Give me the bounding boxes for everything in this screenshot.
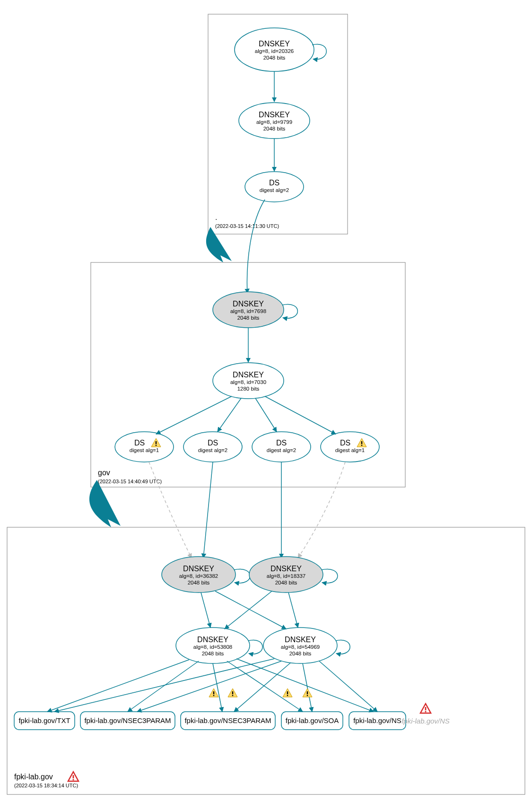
warning-icon [283,689,292,697]
svg-text:fpki-lab.gov/NSEC3PARAM: fpki-lab.gov/NSEC3PARAM [184,716,271,724]
zone-gov-timestamp: (2022-03-15 14:40:49 UTC) [98,479,162,484]
zone-gov-label: gov [98,469,110,477]
svg-text:digest alg=2: digest alg=2 [198,447,227,453]
delegation-root-gov [206,227,232,262]
rr-ns-error[interactable]: fpki-lab.gov/NS [401,717,450,725]
edge-ksk2-zsk2 [288,593,298,628]
edge-ksk1-zsk1 [201,593,210,628]
node-root-ds[interactable]: DS digest alg=2 [245,172,304,202]
svg-point-33 [321,432,379,462]
node-gov-ds2[interactable]: DS digest alg=2 [183,432,242,462]
node-leaf-zsk2[interactable]: DNSKEY alg=8, id=54969 2048 bits [263,628,337,663]
edge-ds2-leaf1 [203,462,213,558]
svg-text:fpki-lab.gov/NSEC3PARAM: fpki-lab.gov/NSEC3PARAM [84,716,171,724]
svg-point-30 [252,432,311,462]
node-gov-ksk[interactable]: DNSKEY alg=8, id=7698 2048 bits [213,292,284,328]
edge-leaf-ksk2-self [322,569,338,583]
zone-root-timestamp: (2022-03-15 14:11:30 UTC) [215,223,279,229]
svg-text:DS: DS [340,439,350,447]
svg-text:2048 bits: 2048 bits [275,580,297,585]
svg-text:fpki-lab.gov/SOA: fpki-lab.gov/SOA [286,716,339,724]
node-root-zsk[interactable]: DNSKEY alg=8, id=9799 2048 bits [239,103,310,139]
zone-leaf-timestamp: (2022-03-15 18:34:14 UTC) [14,783,78,788]
svg-text:DNSKEY: DNSKEY [233,371,264,379]
svg-text:DS: DS [134,439,145,447]
svg-text:2048 bits: 2048 bits [263,55,286,61]
edge-ksk2-zsk1 [225,591,272,629]
svg-text:alg=8, id=9799: alg=8, id=9799 [256,119,292,125]
edge-gov-zsk-ds3 [255,398,277,432]
svg-text:alg=8, id=20326: alg=8, id=20326 [255,48,294,54]
edge-gov-zsk-ds2 [218,398,241,432]
svg-text:alg=8, id=54969: alg=8, id=54969 [281,644,320,650]
edge-gov-zsk-ds4 [265,396,336,434]
dnssec-graph: . (2022-03-15 14:11:30 UTC) DNSKEY alg=8… [0,0,532,811]
svg-text:1280 bits: 1280 bits [237,386,260,392]
edge-gov-ksk-self [282,305,297,318]
svg-text:2048 bits: 2048 bits [289,651,312,656]
warning-icon [209,689,218,697]
svg-text:2048 bits: 2048 bits [237,315,260,321]
svg-text:alg=8, id=36382: alg=8, id=36382 [179,573,218,579]
edge-gov-zsk-ds1 [156,396,232,434]
svg-text:DNSKEY: DNSKEY [183,565,214,573]
svg-text:DS: DS [208,439,218,447]
svg-text:digest alg=1: digest alg=1 [335,447,365,453]
edge-zsk2-txt [54,659,274,712]
svg-point-27 [183,432,242,462]
node-leaf-zsk1[interactable]: DNSKEY alg=8, id=53808 2048 bits [176,628,250,663]
error-icon [68,772,78,781]
svg-text:2048 bits: 2048 bits [202,651,224,656]
svg-text:DNSKEY: DNSKEY [197,636,228,644]
edge-ds4-leaf2 [298,462,345,558]
edge-ds1-leaf1 [149,462,192,558]
zone-leaf-label: fpki-lab.gov [14,773,53,781]
svg-text:DNSKEY: DNSKEY [259,111,290,119]
node-root-ksk[interactable]: DNSKEY alg=8, id=20326 2048 bits [235,28,314,71]
svg-text:2048 bits: 2048 bits [263,126,286,131]
svg-text:2048 bits: 2048 bits [188,580,210,585]
edge-leaf-ksk1-self [234,569,250,583]
svg-text:digest alg=2: digest alg=2 [260,187,289,193]
svg-text:DNSKEY: DNSKEY [259,40,290,48]
edge-leaf-zsk2-self [336,640,350,654]
node-gov-ds4[interactable]: DS digest alg=1 [321,432,379,462]
edge-ksk1-zsk2 [215,591,286,629]
svg-text:fpki-lab.gov/TXT: fpki-lab.gov/TXT [18,716,70,724]
svg-text:fpki-lab.gov/NS: fpki-lab.gov/NS [353,716,401,724]
svg-point-13 [245,172,304,202]
edge-zsk2-ns [319,661,377,712]
error-icon [420,704,431,713]
edge-leaf-zsk1-self [248,640,262,654]
svg-text:DNSKEY: DNSKEY [233,300,264,308]
zone-root-label: . [215,213,217,221]
node-gov-ds3[interactable]: DS digest alg=2 [252,432,311,462]
warning-icon [303,689,312,697]
svg-text:DS: DS [276,439,287,447]
svg-text:DNSKEY: DNSKEY [285,636,316,644]
edge-zsk1-soa [227,661,303,712]
node-leaf-ksk1[interactable]: DNSKEY alg=8, id=36382 2048 bits [162,557,235,593]
edge-zsk1-nsec2 [213,663,222,712]
edge-zsk2-nsec2 [234,663,291,712]
svg-text:digest alg=2: digest alg=2 [267,447,296,453]
svg-text:alg=8, id=7698: alg=8, id=7698 [230,308,266,314]
svg-text:alg=8, id=53808: alg=8, id=53808 [193,644,233,650]
svg-text:digest alg=1: digest alg=1 [130,447,159,453]
warning-icon [228,689,237,697]
svg-text:alg=8, id=18337: alg=8, id=18337 [267,573,306,579]
edge-root-ds-gov-ksk [247,200,265,293]
svg-text:DS: DS [269,179,279,187]
svg-point-24 [115,432,174,462]
edge-zsk1-txt [47,660,189,712]
edge-zsk1-ns [236,659,374,712]
node-leaf-ksk2[interactable]: DNSKEY alg=8, id=18337 2048 bits [249,557,323,593]
svg-text:alg=8, id=7030: alg=8, id=7030 [230,379,266,385]
svg-text:DNSKEY: DNSKEY [270,565,302,573]
edge-root-ksk-self [312,44,326,60]
node-gov-zsk[interactable]: DNSKEY alg=8, id=7030 1280 bits [213,363,284,399]
node-gov-ds1[interactable]: DS digest alg=1 [115,432,174,462]
edge-zsk1-nsec1 [128,661,199,712]
